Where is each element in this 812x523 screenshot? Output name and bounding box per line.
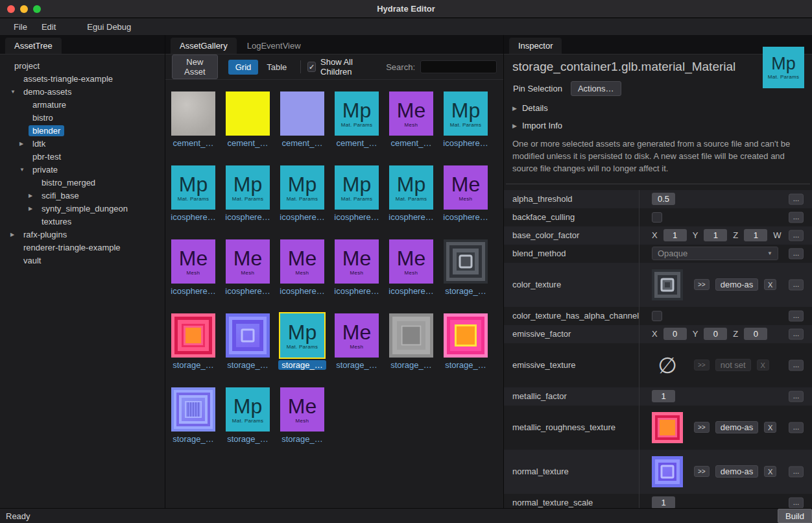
more-options-button[interactable]: … [789,193,804,204]
asset-tile[interactable]: MpMat. Paramsicosphere… [329,165,384,239]
show-all-children-checkbox[interactable]: ✓ Show All Children [307,57,372,77]
asset-tile[interactable]: MeMeshicosphere… [275,239,329,313]
collapse-arrow-icon[interactable]: ▼ [19,167,29,173]
asset-tile[interactable]: MeMeshicosphere… [221,239,275,313]
asset-tile[interactable]: MpMat. Paramsicosphere… [166,165,221,239]
asset-tile[interactable]: MpMat. Paramsicosphere… [438,91,493,165]
more-options-button[interactable]: … [789,279,804,290]
drag-value-input[interactable]: 1 [652,496,675,508]
expand-arrow-icon[interactable]: ▶ [10,232,19,237]
more-options-button[interactable]: … [789,466,804,477]
asset-tile[interactable]: MeMeshstorage_… [329,313,384,387]
import-info-section-header[interactable]: ▶ Import Info [504,114,812,131]
asset-tile[interactable]: storage_… [166,387,221,461]
asset-tile[interactable]: storage_… [166,313,221,387]
tree-item-blender[interactable]: blender [0,124,165,137]
asset-tile[interactable]: MpMat. Paramsicosphere… [275,165,329,239]
close-window-button[interactable] [7,5,15,13]
clear-reference-button[interactable]: X [757,359,769,371]
asset-tile[interactable]: MeMeshicosphere… [166,239,221,313]
search-input[interactable] [420,60,497,73]
drag-value-input[interactable]: 1 [663,229,687,241]
asset-reference-value[interactable]: demo-as [715,278,759,291]
tab-asset-tree[interactable]: AssetTree [5,38,62,54]
minimize-window-button[interactable] [20,5,28,13]
tree-item-private[interactable]: ▼private [0,163,165,176]
drag-value-input[interactable]: 0 [663,328,687,340]
asset-tile[interactable]: MpMat. Paramsicosphere… [221,165,275,239]
asset-tile[interactable]: storage_… [384,313,438,387]
menu-item-edit[interactable]: Edit [34,21,63,33]
drag-value-input[interactable]: 0 [704,328,727,340]
asset-reference-value[interactable]: not set [715,359,751,371]
tree-item-project[interactable]: project [0,59,165,72]
tree-item-scifi_base[interactable]: ▶scifi_base [0,189,165,202]
tab-inspector[interactable]: Inspector [509,38,562,54]
blend-method-dropdown[interactable]: Opaque▼ [652,247,778,260]
expand-arrow-icon[interactable]: ▶ [29,206,38,212]
drag-value-input[interactable]: 0 [744,328,767,340]
more-options-button[interactable]: … [789,391,804,402]
asset-tile[interactable]: MeMeshicosphere… [329,239,384,313]
tree-item-bistro_merged[interactable]: bistro_merged [0,176,165,189]
asset-tile[interactable]: storage_… [438,313,493,387]
asset-reference-value[interactable]: demo-as [715,421,759,433]
drag-value-input[interactable]: 1 [652,390,675,402]
tree-item-rafx-plugins[interactable]: ▶rafx-plugins [0,228,165,241]
zoom-window-button[interactable] [33,5,41,13]
tree-item-renderer-triangle-example[interactable]: renderer-triangle-example [0,241,165,254]
clear-reference-button[interactable]: X [764,422,776,433]
asset-tile[interactable]: MeMeshstorage_… [275,387,329,461]
menu-item-egui-debug[interactable]: Egui Debug [80,21,138,33]
actions-button[interactable]: Actions… [571,81,621,96]
more-options-button[interactable]: … [789,310,804,321]
new-asset-button[interactable]: New Asset [172,55,218,79]
asset-tile[interactable]: MpMat. Paramsicosphere… [384,165,438,239]
more-options-button[interactable]: … [789,230,804,241]
asset-tile[interactable]: MpMat. Paramsstorage_… [221,387,275,461]
more-options-button[interactable]: … [789,248,804,259]
tree-item-pbr-test[interactable]: pbr-test [0,150,165,163]
clear-reference-button[interactable]: X [764,466,776,477]
drag-value-input[interactable]: 0.5 [652,193,675,205]
asset-tile[interactable]: cement_… [166,91,221,165]
tree-item-bistro[interactable]: bistro [0,111,165,124]
tree-item-synty_simple_dungeon[interactable]: ▶synty_simple_dungeon [0,202,165,215]
menu-item-file[interactable]: File [6,21,34,33]
goto-asset-button[interactable]: >> [694,466,710,477]
clear-reference-button[interactable]: X [764,279,776,290]
checkbox[interactable] [652,212,662,223]
tree-item-demo-assets[interactable]: ▼demo-assets [0,85,165,98]
build-button[interactable]: Build [778,509,812,523]
tree-item-ldtk[interactable]: ▶ldtk [0,137,165,150]
drag-value-input[interactable]: 1 [704,229,727,241]
collapse-arrow-icon[interactable]: ▼ [10,89,19,95]
asset-tile[interactable]: storage_… [438,239,493,313]
asset-tile[interactable]: MeMeshicosphere… [438,165,493,239]
checkbox[interactable] [652,311,662,321]
tree-item-textures[interactable]: textures [0,215,165,228]
details-section-header[interactable]: ▶ Details [504,96,812,114]
pin-selection-button[interactable]: Pin Selection [512,82,563,95]
goto-asset-button[interactable]: >> [694,279,710,290]
asset-tile[interactable]: MpMat. Paramsstorage_… [275,313,329,387]
tab-logeventview[interactable]: LogEventView [238,38,310,54]
view-grid-button[interactable]: Grid [228,60,259,75]
tree-item-vault[interactable]: vault [0,254,165,267]
more-options-button[interactable]: … [789,328,804,339]
asset-tile[interactable]: cement_… [275,91,329,165]
asset-reference-value[interactable]: demo-as [715,465,759,478]
tree-item-armature[interactable]: armature [0,98,165,111]
asset-tile[interactable]: MeMeshcement_… [384,91,438,165]
more-options-button[interactable]: … [789,422,804,433]
expand-arrow-icon[interactable]: ▶ [19,141,29,147]
asset-tile[interactable]: MpMat. Paramscement_… [329,91,384,165]
drag-value-input[interactable]: 1 [744,229,767,241]
more-options-button[interactable]: … [789,212,804,223]
asset-tile[interactable]: MeMeshicosphere… [384,239,438,313]
more-options-button[interactable]: … [789,359,804,371]
more-options-button[interactable]: … [789,497,804,508]
goto-asset-button[interactable]: >> [694,422,710,433]
tree-item-assets-triangle-example[interactable]: assets-triangle-example [0,72,165,85]
asset-tile[interactable]: storage_… [221,313,275,387]
